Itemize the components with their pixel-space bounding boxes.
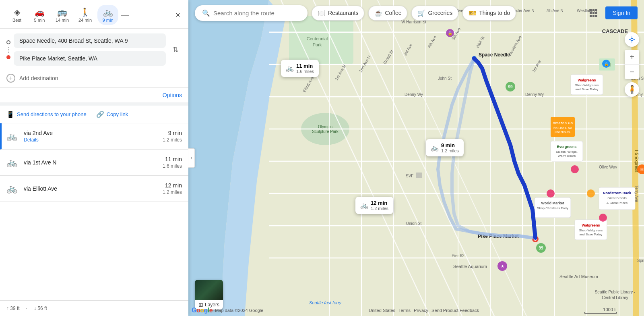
svg-text:Seattle Art Museum: Seattle Art Museum	[559, 274, 598, 279]
route-item[interactable]: 🚲 via 2nd Ave Details 9 min 1.2 miles	[0, 123, 188, 150]
coffee-button[interactable]: ☕ Coffee	[368, 6, 407, 21]
svg-text:Pier 62: Pier 62	[452, 254, 464, 258]
destination-input[interactable]	[14, 51, 166, 66]
route-time-main-1: 9 min	[163, 130, 182, 136]
svg-text:Shop Walgreens: Shop Walgreens	[575, 83, 599, 87]
elevation-row: ↑ 39 ft · ↓ 56 ft	[0, 300, 188, 316]
transport-separator: —	[121, 10, 129, 20]
svg-text:99: 99	[508, 85, 513, 89]
location-icon	[628, 36, 636, 43]
route-time-main-3: 12 min	[163, 182, 182, 189]
plus-icon: +	[6, 74, 15, 83]
route-bike-icon-1: 🚲	[6, 131, 17, 141]
svg-text:Olive Way: Olive Way	[599, 165, 617, 169]
restaurants-button[interactable]: 🍽️ Restaurants	[312, 6, 364, 21]
map-top-bar: 🔍 🍽️ Restaurants ☕ Coffee 🛒 Groceries 🎫 …	[188, 0, 644, 26]
collapse-panel-button[interactable]: ‹	[188, 148, 195, 168]
send-copy-row: 📱 Send directions to your phone 🔗 Copy l…	[0, 106, 188, 123]
transport-bar: ◈ Best 🚗 5 min 🚌 14 min 🚶 24 min 🚲 9 min…	[0, 0, 188, 29]
route-bike-icon-3: 🚲	[6, 183, 17, 194]
origin-input[interactable]	[14, 33, 166, 48]
layers-thumbnail	[195, 280, 223, 300]
pegman-button[interactable]: 🧍	[625, 82, 639, 97]
google-logo: Google	[192, 307, 213, 314]
map-footer: Google Map data ©2024 Google United Stat…	[188, 305, 644, 316]
sign-in-button[interactable]: Sign In	[605, 6, 638, 19]
apps-button[interactable]	[586, 6, 601, 20]
footer-link-feedback[interactable]: Send Product Feedback	[431, 308, 479, 313]
route-item[interactable]: 🚲 via 1st Ave N 11 min 1.6 miles	[0, 150, 188, 176]
svg-text:Spri...: Spri...	[637, 258, 644, 263]
footer-link-terms[interactable]: Terms	[398, 308, 411, 313]
route-info-box-11min[interactable]: 🚲 11 min 1.6 miles	[281, 60, 319, 77]
coffee-icon: ☕	[374, 9, 382, 17]
svg-text:Great Brands: Great Brands	[607, 196, 627, 200]
close-button[interactable]: ×	[174, 9, 182, 21]
svg-text:🔒: 🔒	[604, 62, 609, 67]
svg-text:Walgreens: Walgreens	[582, 223, 600, 227]
groceries-button[interactable]: 🛒 Groceries	[411, 6, 458, 21]
restaurants-label: Restaurants	[328, 10, 358, 16]
zoom-out-button[interactable]: −	[625, 64, 639, 79]
svg-text:John St: John St	[438, 76, 452, 81]
options-row: Options	[0, 88, 188, 102]
things-to-do-button[interactable]: 🎫 Things to do	[462, 6, 516, 21]
swap-button[interactable]: ⇅	[169, 43, 182, 56]
send-directions-button[interactable]: 📱 Send directions to your phone	[6, 110, 87, 118]
svg-text:Park: Park	[313, 42, 322, 47]
map-controls: + − 🧍	[625, 32, 639, 97]
search-route-input[interactable]	[213, 10, 294, 17]
transport-transit-label: 14 min	[56, 18, 69, 23]
route-detail-1[interactable]: Details	[24, 137, 163, 143]
footer-links: United States Terms Privacy Send Product…	[369, 308, 479, 313]
svg-text:World Market: World Market	[541, 201, 564, 205]
transport-bike[interactable]: 🚲 9 min	[97, 5, 118, 25]
pegman-icon: 🧍	[627, 85, 637, 94]
search-route-box[interactable]: 🔍	[195, 5, 308, 21]
svg-text:99: 99	[539, 246, 543, 250]
svg-text:SVF: SVF	[406, 174, 413, 178]
svg-text:Shop Christmas Early: Shop Christmas Early	[537, 206, 568, 210]
transport-walk[interactable]: 🚶 24 min	[74, 5, 96, 25]
svg-text:Terry Ave: Terry Ave	[634, 185, 639, 202]
svg-text:Evergreens: Evergreens	[557, 145, 576, 149]
map-area: Centennial Park Olympic Sculpture Park	[188, 0, 644, 316]
route-item[interactable]: 🚲 via Elliott Ave 12 min 1.2 miles	[0, 176, 188, 202]
info-box-content-3: 12 min 1.2 miles	[371, 200, 388, 211]
walk-icon: 🚶	[80, 7, 90, 17]
svg-text:Sculpture Park: Sculpture Park	[312, 129, 339, 134]
options-button[interactable]: Options	[163, 92, 182, 98]
route-time-3: 12 min 1.2 miles	[163, 182, 182, 195]
bike-info-icon-3: 🚲	[360, 202, 368, 209]
zoom-controls: + −	[625, 50, 639, 79]
svg-text:& Great Prices: & Great Prices	[607, 201, 627, 205]
location-button[interactable]	[625, 32, 639, 47]
bike-info-icon-2: 🚲	[431, 144, 439, 152]
transport-best[interactable]: ◈ Best	[6, 5, 27, 25]
svg-text:CASCADE: CASCADE	[602, 28, 628, 34]
route-info-box-12min[interactable]: 🚲 12 min 1.2 miles	[355, 197, 393, 214]
route-name-2: via 1st Ave N	[24, 159, 163, 166]
route-info-box-9min[interactable]: 🚲 9 min 1.2 miles	[426, 139, 464, 156]
map-footer-left: Google Map data ©2024 Google	[192, 307, 263, 314]
footer-link-privacy[interactable]: Privacy	[414, 308, 428, 313]
svg-rect-112	[590, 9, 592, 11]
transport-transit[interactable]: 🚌 14 min	[52, 5, 73, 25]
info-box-dist: 1.6 miles	[296, 69, 314, 74]
copy-link-button[interactable]: 🔗 Copy link	[96, 110, 128, 118]
svg-text:Shop Walgreens: Shop Walgreens	[579, 229, 603, 232]
link-icon: 🔗	[96, 110, 104, 118]
info-box-dist-3: 1.2 miles	[371, 206, 388, 211]
footer-link-us[interactable]: United States	[369, 308, 395, 313]
divider-2	[0, 102, 188, 106]
transport-drive[interactable]: 🚗 5 min	[29, 5, 50, 25]
zoom-in-button[interactable]: +	[625, 50, 639, 64]
svg-text:Denny Wy: Denny Wy	[525, 92, 544, 97]
svg-point-104	[587, 189, 595, 198]
origin-dot	[6, 40, 10, 44]
route-fields	[14, 33, 166, 66]
add-destination[interactable]: + Add destination	[0, 71, 188, 87]
route-time-dist-1: 1.2 miles	[163, 137, 182, 143]
transit-icon: 🚌	[57, 7, 67, 17]
grid-icon	[589, 9, 597, 17]
